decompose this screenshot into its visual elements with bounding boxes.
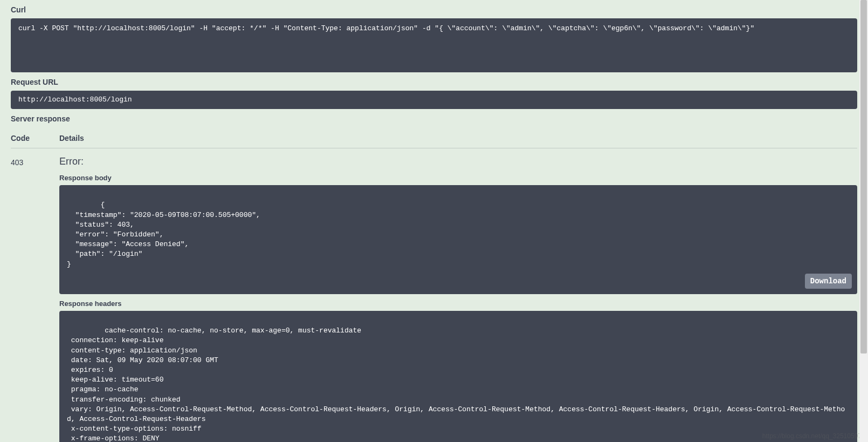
request-url-label: Request URL	[11, 78, 857, 86]
response-code: 403	[11, 156, 59, 442]
scrollbar-thumb[interactable]	[860, 0, 867, 353]
curl-command-block[interactable]: curl -X POST "http://localhost:8005/logi…	[11, 18, 857, 72]
response-headers-label: Response headers	[59, 300, 857, 308]
response-table-header: Code Details	[11, 128, 857, 148]
scrollbar-track[interactable]	[859, 0, 868, 442]
response-headers-block[interactable]: cache-control: no-cache, no-store, max-a…	[59, 311, 857, 442]
request-url-block[interactable]: http://localhost:8005/login	[11, 91, 857, 109]
response-body-content: { "timestamp": "2020-05-09T08:07:00.505+…	[67, 201, 260, 268]
response-body-block[interactable]: { "timestamp": "2020-05-09T08:07:00.505+…	[59, 185, 857, 294]
response-row: 403 Error: Response body { "timestamp": …	[11, 148, 857, 442]
curl-label: Curl	[11, 5, 857, 14]
response-body-label: Response body	[59, 174, 857, 182]
response-headers-content: cache-control: no-cache, no-store, max-a…	[67, 327, 845, 442]
download-button[interactable]: Download	[805, 274, 852, 289]
details-header: Details	[59, 134, 84, 142]
server-response-label: Server response	[11, 114, 857, 123]
error-label: Error:	[59, 156, 857, 167]
code-header: Code	[11, 134, 59, 142]
